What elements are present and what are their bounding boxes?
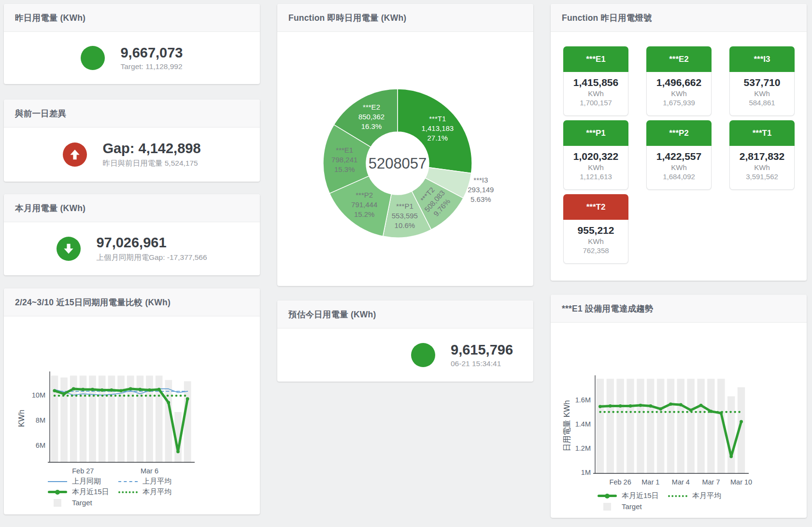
light-tile-target: 3,591,562 [730, 172, 794, 181]
arrow-down-icon [57, 237, 81, 261]
legend-last-month-line[interactable]: 上月同期 [48, 476, 118, 486]
stat-subtitle: Target: 11,128,992 [120, 62, 183, 71]
legend-last-month-avg[interactable]: 上月平均 [118, 476, 171, 486]
panel-title: 本月用電量 (KWh) [15, 202, 85, 214]
panel-header[interactable]: Function 昨日用電燈號 [551, 4, 807, 32]
svg-text:Feb 26: Feb 26 [610, 478, 631, 486]
svg-text:10M: 10M [32, 391, 45, 399]
light-tile-body: 2,817,832KWh3,591,562 [729, 146, 795, 190]
light-tile-value: 1,422,557 [647, 146, 711, 162]
light-tile-value: 2,817,832 [730, 146, 794, 162]
legend-target[interactable]: Target [598, 501, 668, 512]
light-tile-unit: KWh [647, 89, 711, 98]
light-tile-body: 1,496,662KWh1,675,939 [646, 72, 712, 116]
compare-line-chart[interactable]: 6M8M10MFeb 27Mar 6KWh [4, 316, 260, 476]
light-tile: ***T12,817,832KWh3,591,562 [729, 120, 795, 190]
green-dotted-swatch-icon [668, 495, 687, 497]
status-circle-icon [411, 343, 435, 367]
panel-day-gap: 與前一日差異 Gap: 4,142,898 昨日與前日用電量 5,524,175 [4, 100, 260, 182]
stat-timestamp: 06-21 15:34:41 [451, 359, 513, 368]
light-tile-status-header: ***T1 [729, 120, 795, 146]
svg-text:Feb 27: Feb 27 [72, 467, 94, 475]
light-tile-body: 1,422,557KWh1,684,092 [646, 146, 712, 190]
svg-text:Mar 7: Mar 7 [702, 478, 720, 486]
panel-title: Function 即時日用電量 (KWh) [288, 12, 406, 24]
target-bar-swatch-icon [603, 503, 611, 511]
target-bar-swatch-icon [54, 499, 61, 507]
legend-this-month-line[interactable]: 本月近15日 [598, 491, 668, 501]
panel-compare-15days: 2/24~3/10 近15日同期用電量比較 (KWh) 6M8M10MFeb 2… [4, 288, 260, 514]
panel-title: 與前一日差異 [15, 108, 66, 119]
blue-line-swatch-icon [48, 481, 67, 482]
light-tile-unit: KWh [564, 237, 628, 245]
legend-target[interactable]: Target [48, 498, 118, 508]
light-tile-unit: KWh [730, 89, 794, 98]
blue-dashed-swatch-icon [118, 481, 138, 482]
svg-text:1.6M: 1.6M [575, 396, 591, 404]
panel-title: ***E1 設備用電達成趨勢 [562, 303, 654, 314]
light-tile-unit: KWh [730, 163, 794, 171]
svg-text:1M: 1M [581, 469, 591, 476]
panel-header[interactable]: 與前一日差異 [4, 100, 260, 128]
panel-e1-trend: ***E1 設備用電達成趨勢 1M1.2M1.4M1.6MFeb 26Mar 1… [551, 295, 807, 518]
light-tile-status-header: ***I3 [729, 46, 795, 72]
panel-function-realtime-usage: Function 即時日用電量 (KWh) ***T11,413,18327.1… [277, 4, 533, 286]
donut-center-total: 5208057 [369, 155, 427, 172]
stat-value: Gap: 4,142,898 [102, 141, 200, 157]
donut-slice-label: ***I3293,1495.63% [468, 176, 494, 203]
dashboard: 昨日用電量 (KWh) 9,667,073 Target: 11,128,992… [0, 0, 812, 527]
compare-legend: 上月同期 上月平均 本月近15日 本月平均 Target [48, 476, 171, 508]
panel-header[interactable]: 本月用電量 (KWh) [4, 194, 260, 222]
arrow-up-icon [63, 142, 87, 167]
panel-function-lights: Function 昨日用電燈號 ***E11,415,856KWh1,700,1… [551, 4, 807, 281]
stat-value: 9,615,796 [451, 342, 513, 358]
svg-text:日用電量 KWh: 日用電量 KWh [562, 400, 571, 451]
legend-this-month-avg[interactable]: 本月平均 [118, 487, 171, 497]
function-usage-donut-chart[interactable]: ***T11,413,18327.1%***I3293,1495.63%***T… [277, 32, 533, 259]
panel-header[interactable]: ***E1 設備用電達成趨勢 [551, 295, 807, 323]
svg-text:Mar 10: Mar 10 [730, 478, 752, 486]
legend-this-month-avg[interactable]: 本月平均 [668, 491, 721, 501]
green-line-swatch-icon [598, 495, 617, 497]
light-tile-target: 1,684,092 [647, 172, 711, 181]
svg-text:6M: 6M [36, 442, 45, 449]
light-tile-value: 1,496,662 [647, 72, 711, 88]
light-tile-value: 1,415,856 [564, 72, 628, 88]
svg-text:KWh: KWh [17, 410, 26, 427]
light-tile-status-header: ***P1 [563, 120, 628, 146]
light-tile: ***P11,020,322KWh1,121,613 [563, 120, 628, 190]
light-tile: ***E11,415,856KWh1,700,157 [563, 46, 628, 116]
light-tile-target: 1,675,939 [647, 99, 711, 107]
panel-estimate-today: 預估今日用電量 (KWh) 9,615,796 06-21 15:34:41 [277, 300, 533, 382]
panel-header[interactable]: 2/24~3/10 近15日同期用電量比較 (KWh) [4, 288, 260, 316]
light-tile-status-header: ***T2 [563, 194, 628, 220]
svg-text:Mar 1: Mar 1 [641, 478, 659, 486]
light-tile-target: 1,700,157 [564, 99, 628, 107]
lights-grid: ***E11,415,856KWh1,700,157***E21,496,662… [551, 32, 807, 264]
light-tile-status-header: ***E1 [563, 46, 628, 72]
green-dotted-swatch-icon [118, 491, 138, 493]
green-line-swatch-icon [48, 491, 67, 493]
light-tile-unit: KWh [647, 163, 711, 171]
light-tile-value: 1,020,322 [564, 146, 628, 162]
e1-trend-chart[interactable]: 1M1.2M1.4M1.6MFeb 26Mar 1Mar 4Mar 7Mar 1… [551, 323, 807, 489]
light-tile-value: 537,710 [730, 72, 794, 88]
panel-header[interactable]: Function 即時日用電量 (KWh) [277, 4, 533, 32]
legend-this-month-line[interactable]: 本月近15日 [48, 487, 118, 497]
light-tile-unit: KWh [564, 163, 628, 171]
panel-title: Function 昨日用電燈號 [562, 12, 652, 24]
light-tile-body: 1,415,856KWh1,700,157 [563, 72, 628, 116]
light-tile-target: 584,861 [730, 99, 794, 107]
panel-header[interactable]: 預估今日用電量 (KWh) [277, 300, 533, 328]
stat-value: 9,667,073 [120, 45, 183, 61]
light-tile-target: 762,358 [564, 246, 628, 255]
panel-header[interactable]: 昨日用電量 (KWh) [4, 4, 260, 32]
svg-text:8M: 8M [36, 416, 45, 424]
panel-yesterday-usage: 昨日用電量 (KWh) 9,667,073 Target: 11,128,992 [4, 4, 260, 84]
e1-legend: 本月近15日 本月平均 Target [598, 491, 721, 512]
svg-text:1.4M: 1.4M [575, 420, 591, 428]
light-tile: ***E21,496,662KWh1,675,939 [646, 46, 712, 116]
light-tile: ***T2955,212KWh762,358 [563, 194, 628, 264]
light-tile-body: 1,020,322KWh1,121,613 [563, 146, 628, 190]
stat-value: 97,026,961 [96, 235, 207, 251]
